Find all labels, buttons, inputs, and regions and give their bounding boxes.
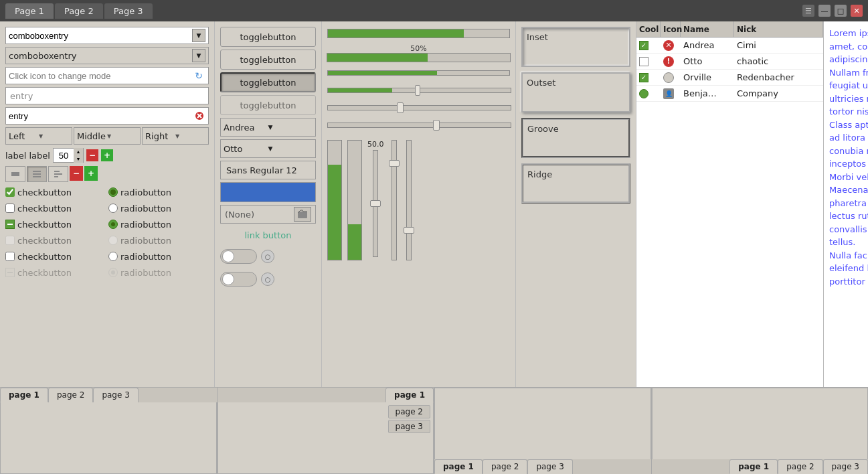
spinner[interactable]: ▲ ▼ — [53, 148, 84, 163]
combobox-entry-1[interactable]: ▼ — [5, 27, 209, 44]
close-button[interactable]: ✕ — [851, 5, 863, 17]
radio-4[interactable] — [108, 236, 118, 245]
toggle-btn-1[interactable]: togglebutton — [220, 27, 316, 47]
checkbutton-2[interactable]: checkbutton — [5, 201, 106, 216]
toggle-switch-1[interactable] — [220, 249, 257, 264]
icon-plus-btn[interactable]: + — [84, 166, 98, 181]
checkbox-4[interactable] — [5, 236, 15, 245]
spinner-up[interactable]: ▲ — [74, 148, 83, 155]
hscale-track-1[interactable] — [327, 29, 510, 38]
spinner-input[interactable] — [54, 151, 74, 161]
bottom-tab-4-1[interactable]: page 1 — [729, 459, 778, 474]
file-chooser[interactable]: (None) — [220, 205, 316, 224]
btab-2-3[interactable]: page 3 — [388, 420, 430, 433]
checkbox-1[interactable] — [5, 187, 15, 197]
combobox-entry-input-1[interactable] — [9, 31, 192, 41]
vscale-track-2[interactable] — [347, 140, 362, 260]
minimize-button[interactable]: — — [818, 5, 831, 17]
dropdown-otto[interactable]: Otto ▼ — [220, 139, 316, 158]
hscale-thumb-6[interactable] — [433, 120, 440, 131]
bottom-tab-4-2[interactable]: page 2 — [778, 459, 822, 474]
tree-col-name[interactable]: Name — [681, 21, 734, 37]
spinner-down[interactable]: ▼ — [74, 155, 83, 163]
checkbutton-5[interactable]: checkbutton — [5, 249, 106, 264]
link-button[interactable]: link button — [220, 226, 316, 244]
combobox-no-entry[interactable]: comboboxentry ▼ — [5, 47, 209, 64]
hscale-track-6[interactable] — [327, 123, 511, 128]
minus-button[interactable]: − — [86, 149, 98, 161]
tree-col-icon[interactable]: Icon — [661, 21, 681, 37]
file-chooser-button[interactable] — [294, 207, 311, 222]
radiobutton-3[interactable]: radiobutton — [108, 217, 209, 232]
icon-group-btn-2[interactable] — [27, 166, 47, 182]
hscale-track-2[interactable] — [327, 53, 511, 62]
combo-left[interactable]: Left ▼ — [5, 127, 72, 145]
entry-icon-input[interactable] — [9, 71, 192, 81]
radiobutton-5[interactable]: radiobutton — [108, 249, 209, 264]
entry-with-clear[interactable] — [5, 107, 209, 125]
btab-2-2[interactable]: page 2 — [388, 405, 430, 418]
titlebar-tab-2[interactable]: Page 2 — [55, 3, 103, 19]
icon-group-btn-1[interactable] — [5, 166, 25, 182]
vscale-track-4[interactable] — [392, 140, 397, 260]
radiobutton-2[interactable]: radiobutton — [108, 201, 209, 216]
bottom-tab-1-2[interactable]: page 2 — [48, 388, 93, 402]
mode-change-icon[interactable]: ↻ — [192, 69, 205, 82]
clear-button[interactable] — [193, 110, 205, 122]
hscale-track-5[interactable] — [327, 105, 511, 110]
maximize-button[interactable]: □ — [835, 5, 847, 17]
tree-row-orville[interactable]: ✓ Orville Redenbacher — [636, 70, 823, 86]
dropdown-andrea[interactable]: Andrea ▼ — [220, 118, 316, 137]
checkbutton-6[interactable]: checkbutton — [5, 265, 106, 280]
vscale-track-5[interactable] — [406, 140, 412, 260]
combo-right[interactable]: Right ▼ — [142, 127, 209, 145]
vscale-track-1[interactable] — [327, 140, 342, 260]
entry-clear-input[interactable] — [9, 111, 193, 121]
panel-text[interactable]: Lorem ipsum dolor sit amet, consectetur … — [823, 21, 868, 387]
tree-col-cool[interactable]: Cool — [636, 21, 661, 37]
menu-button[interactable]: ☰ — [802, 5, 814, 17]
toggle-btn-2[interactable]: togglebutton — [220, 50, 316, 70]
vscale-thumb-4[interactable] — [389, 160, 400, 167]
tree-row-benja[interactable]: 👤 Benja… Company — [636, 86, 823, 102]
checkbox-5[interactable] — [5, 252, 15, 261]
entry-icon-row[interactable]: ↻ — [5, 67, 209, 84]
icon-minus-btn[interactable]: − — [70, 166, 83, 181]
radiobutton-4[interactable]: radiobutton — [108, 233, 209, 248]
icon-group-btn-3[interactable] — [48, 166, 68, 182]
font-picker[interactable]: Sans Regular 12 — [220, 161, 316, 179]
tree-row-otto[interactable]: ! Otto chaotic — [636, 54, 823, 70]
tree-row-andrea[interactable]: ✓ ✕ Andrea Cimi — [636, 37, 823, 54]
combo-middle[interactable]: Middle ▼ — [74, 127, 141, 145]
bottom-tab-3-3[interactable]: page 3 — [527, 459, 572, 474]
toggle-switch-2[interactable] — [220, 272, 257, 287]
titlebar-tab-1[interactable]: Page 1 — [5, 3, 54, 19]
bottom-tab-2-1[interactable]: page 1 — [385, 388, 434, 402]
bottom-tab-4-3[interactable]: page 3 — [823, 459, 868, 474]
vscale-thumb-3[interactable] — [370, 200, 381, 207]
radio-5[interactable] — [108, 252, 118, 261]
checkbox-2[interactable] — [5, 204, 15, 213]
tree-col-nick[interactable]: Nick — [734, 21, 823, 37]
radiobutton-6[interactable]: radiobutton — [108, 265, 209, 280]
bottom-tab-3-2[interactable]: page 2 — [483, 459, 527, 474]
bottom-tab-3-1[interactable]: page 1 — [434, 459, 483, 474]
toggle-btn-4[interactable]: togglebutton — [220, 95, 316, 115]
checkbutton-3[interactable]: checkbutton — [5, 217, 106, 232]
combobox-no-entry-arrow[interactable]: ▼ — [192, 49, 205, 62]
vscale-thumb-5[interactable] — [404, 227, 414, 234]
bottom-tab-1-1[interactable]: page 1 — [0, 388, 48, 402]
entry-plain[interactable]: entry — [5, 87, 209, 104]
checkbutton-1[interactable]: checkbutton — [5, 185, 106, 200]
hscale-track-3[interactable] — [327, 70, 510, 76]
combobox-arrow-1[interactable]: ▼ — [192, 29, 205, 42]
checkbutton-4[interactable]: checkbutton — [5, 233, 106, 248]
radiobutton-1[interactable]: radiobutton — [108, 185, 209, 200]
plus-button[interactable]: + — [101, 149, 113, 161]
radio-2[interactable] — [108, 204, 118, 213]
color-chooser[interactable] — [220, 182, 316, 202]
hscale-thumb-5[interactable] — [397, 102, 404, 113]
hscale-thumb-4[interactable] — [415, 85, 420, 96]
toggle-btn-3[interactable]: togglebutton — [220, 72, 316, 92]
bottom-tab-1-3[interactable]: page 3 — [93, 388, 138, 402]
